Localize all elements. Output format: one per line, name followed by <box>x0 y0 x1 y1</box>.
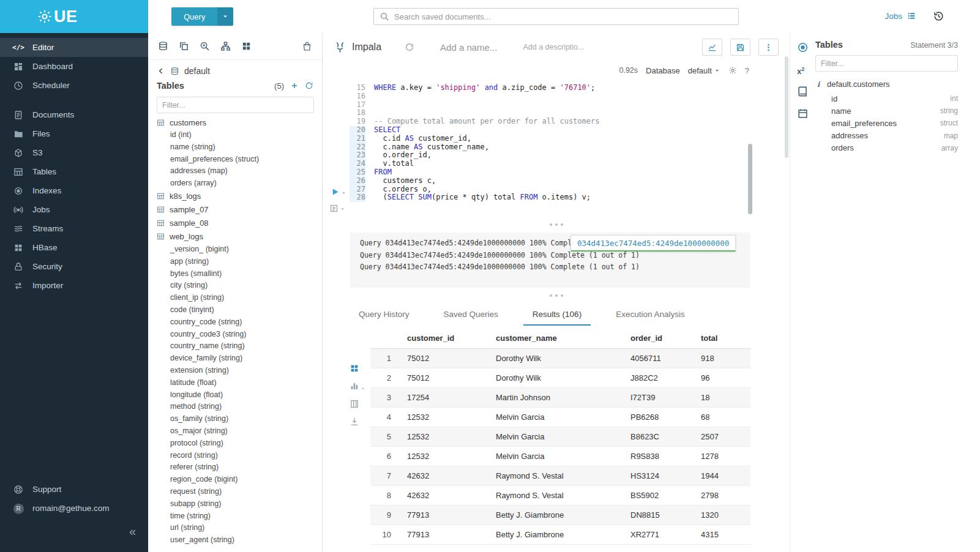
editor-history-icon[interactable] <box>405 42 414 52</box>
assist-column[interactable]: os_major (string) <box>148 425 322 438</box>
assist-column[interactable]: longitude (float) <box>148 389 322 401</box>
assist-column[interactable]: code (tinyint) <box>148 304 322 316</box>
right-panel-column-id[interactable]: idint <box>815 92 958 105</box>
new-query-button[interactable]: Query <box>171 7 217 26</box>
sidebar-item-streams[interactable]: Streams <box>0 219 148 238</box>
tab-query-history[interactable]: Query History <box>350 304 419 326</box>
calendar-icon[interactable] <box>797 108 809 119</box>
sidebar-collapse-button[interactable]: « <box>129 525 136 537</box>
sidebar-item-files[interactable]: Files <box>0 124 148 143</box>
book-icon[interactable] <box>797 86 809 97</box>
assist-column[interactable]: client_ip (string) <box>148 292 322 304</box>
resize-handle-bottom[interactable] <box>323 288 790 304</box>
result-row[interactable]: 977913Betty J. GiambroneDN88151320 <box>370 505 750 525</box>
code-editor[interactable]: 1516171819202122232425262728 WHERE a.key… <box>323 80 790 217</box>
jobs-link[interactable]: Jobs <box>885 11 916 21</box>
column-header-order_id[interactable]: order_id <box>624 328 695 349</box>
editor-outer-scrollbar[interactable] <box>785 56 788 158</box>
active-table-row[interactable]: i default.customers <box>815 80 958 89</box>
chart-button[interactable] <box>702 39 722 56</box>
assist-column[interactable]: device_family (string) <box>148 352 322 365</box>
result-row[interactable]: 412532Melvin GarciaPB626868 <box>370 408 750 427</box>
tab-execution-analysis[interactable]: Execution Analysis <box>607 304 694 326</box>
sidebar-item-security[interactable]: Security <box>0 257 148 276</box>
assist-column[interactable]: region_code (bigint) <box>148 474 322 486</box>
breadcrumb-database-name[interactable]: default <box>184 66 210 76</box>
bag-icon[interactable] <box>302 41 312 51</box>
sidebar-item-support[interactable]: Support <box>0 480 148 499</box>
back-chevron-icon[interactable] <box>157 67 165 75</box>
query-description-field[interactable]: Add a descriptio... <box>523 43 584 51</box>
sidebar-item-hbase[interactable]: HBase <box>0 238 148 257</box>
settings-gear-icon[interactable] <box>728 66 737 75</box>
add-table-icon[interactable] <box>290 81 299 90</box>
assist-column[interactable]: country_name (string) <box>148 340 322 352</box>
editor-options-caret-icon[interactable] <box>340 206 345 212</box>
assist-column[interactable]: request (string) <box>148 486 322 498</box>
sitemap-icon[interactable] <box>220 41 231 51</box>
query-history-icon[interactable] <box>933 10 944 22</box>
assist-table-sample_08[interactable]: sample_08 <box>148 217 322 230</box>
grid-sm-icon[interactable] <box>350 364 359 373</box>
assist-column[interactable]: name (string) <box>148 141 322 154</box>
assist-table-web_logs[interactable]: web_logs <box>148 230 322 244</box>
more-actions-button[interactable] <box>758 39 779 56</box>
download-icon[interactable] <box>350 417 359 427</box>
caret-down-icon[interactable] <box>361 386 365 391</box>
result-row[interactable]: 175012Dorothy Wilk4056711918 <box>370 349 750 368</box>
assist-column[interactable]: email_preferences (struct) <box>148 154 322 166</box>
assist-filter-input[interactable] <box>157 97 314 113</box>
query-name-field[interactable]: Add a name... <box>440 42 497 53</box>
columns-icon[interactable] <box>350 399 359 409</box>
save-button[interactable] <box>730 39 750 56</box>
assist-column[interactable]: country_code3 (string) <box>148 329 322 341</box>
right-panel-column-addresses[interactable]: addressesmap <box>815 130 958 142</box>
assist-column[interactable]: subapp (string) <box>148 498 322 510</box>
new-query-caret-button[interactable] <box>217 7 233 26</box>
assist-column[interactable]: app (string) <box>148 256 322 268</box>
sidebar-item-indexes[interactable]: Indexes <box>0 181 148 200</box>
search-input[interactable] <box>394 12 733 21</box>
grid-icon[interactable] <box>241 41 252 51</box>
assist-column[interactable]: addresses (map) <box>148 165 322 177</box>
info-icon[interactable]: i <box>815 80 821 89</box>
assist-column[interactable]: os_family (string) <box>148 413 322 425</box>
resize-handle-top[interactable] <box>323 217 790 233</box>
assist-column[interactable]: time (string) <box>148 510 322 523</box>
sidebar-item-dashboard[interactable]: Dashboard <box>0 57 148 76</box>
hue-logo[interactable]: UE <box>0 0 148 33</box>
code-content[interactable]: WHERE a.key = 'shipping' and a.zip_code … <box>370 84 790 217</box>
assist-column[interactable]: referer (string) <box>148 461 322 474</box>
assist-column[interactable]: bytes (smallint) <box>148 268 322 280</box>
assist-column[interactable]: latitude (float) <box>148 377 322 389</box>
result-row[interactable]: 275012Dorothy WilkJ882C296 <box>370 368 750 388</box>
copy-icon[interactable] <box>179 41 189 51</box>
column-header-total[interactable]: total <box>695 328 750 349</box>
x2-icon[interactable]: x2 <box>797 64 809 75</box>
right-panel-column-name[interactable]: namestring <box>815 105 958 117</box>
editor-options-icon[interactable] <box>329 204 339 213</box>
assist-column[interactable]: url (string) <box>148 522 322 534</box>
right-panel-column-orders[interactable]: ordersarray <box>815 142 958 154</box>
column-header-customer_id[interactable]: customer_id <box>401 328 490 349</box>
assist-column[interactable]: _version_ (bigint) <box>148 244 322 256</box>
assist-column[interactable]: protocol (string) <box>148 438 322 450</box>
sidebar-item-documents[interactable]: Documents <box>0 105 148 124</box>
tab-saved-queries[interactable]: Saved Queries <box>435 304 507 326</box>
assist-column[interactable]: id (int) <box>148 129 322 141</box>
db-icon[interactable] <box>158 41 168 51</box>
assist-table-k8s_logs[interactable]: k8s_logs <box>148 190 322 203</box>
assist-table-sample_07[interactable]: sample_07 <box>148 203 322 217</box>
code-scrollbar[interactable] <box>748 144 752 214</box>
result-row[interactable]: 1077913Betty J. GiambroneXR27714315 <box>370 525 750 545</box>
sidebar-item-editor[interactable]: </>Editor <box>0 38 148 57</box>
assist-column[interactable]: country_code (string) <box>148 316 322 329</box>
assist-column[interactable]: method (string) <box>148 401 322 413</box>
sidebar-item-scheduler[interactable]: Scheduler <box>0 76 148 95</box>
assist-column[interactable]: record (string) <box>148 450 322 462</box>
result-row[interactable]: 512532Melvin GarciaB8623C2507 <box>370 427 750 447</box>
help-icon[interactable]: ? <box>745 66 749 75</box>
assist-column[interactable]: user_agent (string) <box>148 534 322 546</box>
sidebar-item-jobs[interactable]: Jobs <box>0 200 148 219</box>
result-row[interactable]: 742632Raymond S. VestalHS31241944 <box>370 466 750 486</box>
